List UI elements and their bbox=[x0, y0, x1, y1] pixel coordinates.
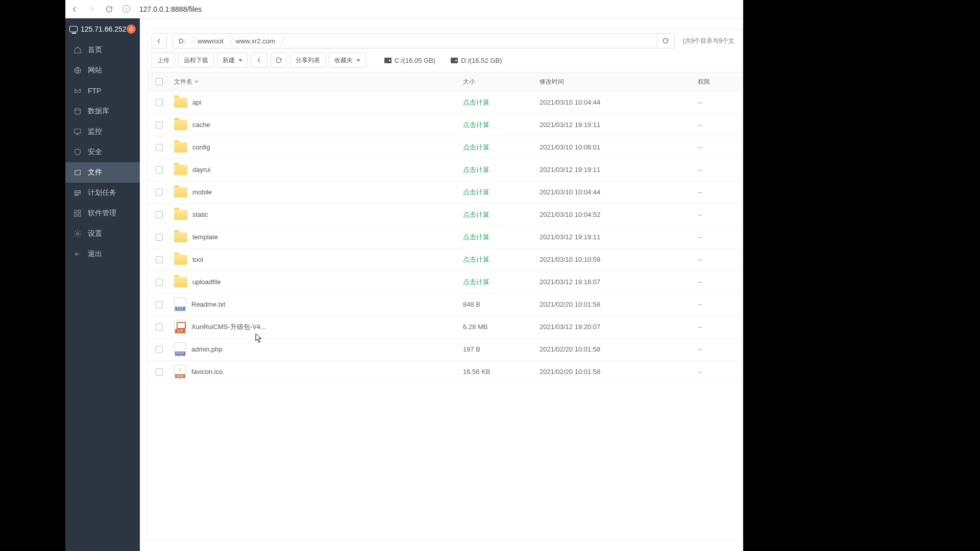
sidebar-ip[interactable]: 125.71.66.252 0 bbox=[65, 18, 140, 40]
table-row[interactable]: template点击计算2021/03/12 19:19:11-- bbox=[148, 226, 743, 248]
row-checkbox[interactable] bbox=[156, 121, 163, 129]
row-checkbox[interactable] bbox=[156, 99, 163, 106]
svg-rect-5 bbox=[75, 194, 79, 195]
table-row[interactable]: static点击计算2021/03/10 10:04:52-- bbox=[148, 204, 743, 226]
file-ico-icon: ICO bbox=[174, 365, 186, 379]
row-checkbox[interactable] bbox=[156, 189, 163, 196]
url-input[interactable] bbox=[139, 5, 738, 13]
file-size[interactable]: 点击计算 bbox=[463, 121, 489, 129]
breadcrumb-refresh-button[interactable] bbox=[657, 33, 674, 48]
file-size[interactable]: 点击计算 bbox=[463, 98, 489, 106]
sidebar-item-0[interactable]: 首页 bbox=[65, 40, 140, 60]
table-row[interactable]: dayrui点击计算2021/03/12 19:19:11-- bbox=[148, 159, 743, 181]
table-row[interactable]: cache点击计算2021/03/12 19:19:11-- bbox=[148, 114, 743, 136]
sidebar-ip-text: 125.71.66.252 bbox=[81, 25, 127, 33]
nav-back-icon[interactable] bbox=[70, 5, 79, 13]
file-size: 197 B bbox=[463, 345, 480, 353]
column-size[interactable]: 大小 bbox=[463, 78, 540, 86]
file-name[interactable]: static bbox=[192, 211, 208, 218]
sidebar-item-6[interactable]: 文件 bbox=[65, 162, 140, 183]
file-name[interactable]: mobile bbox=[192, 188, 212, 196]
file-size[interactable]: 点击计算 bbox=[463, 188, 489, 196]
sidebar-item-4[interactable]: 监控 bbox=[65, 121, 140, 142]
file-time: 2021/03/12 19:20:07 bbox=[540, 323, 600, 331]
file-perm: -- bbox=[698, 211, 702, 218]
file-name[interactable]: uploadfile bbox=[192, 278, 221, 286]
table-row[interactable]: TXTReadme.txt848 B2021/02/20 10:01:58-- bbox=[148, 293, 743, 316]
file-time: 2021/03/10 10:04:52 bbox=[540, 211, 600, 218]
table-row[interactable]: ICOfavicon.ico16.56 KB2021/02/20 10:01:5… bbox=[148, 361, 743, 383]
sidebar-icon bbox=[74, 66, 82, 74]
row-checkbox[interactable] bbox=[156, 279, 163, 286]
file-name[interactable]: config bbox=[192, 143, 210, 151]
sidebar-item-2[interactable]: FTP bbox=[65, 81, 140, 101]
toolbar-back-button[interactable] bbox=[251, 53, 267, 68]
file-time: 2021/02/20 10:01:58 bbox=[540, 300, 600, 308]
file-name[interactable]: admin.php bbox=[191, 345, 223, 353]
row-checkbox[interactable] bbox=[156, 301, 163, 308]
select-all-checkbox[interactable] bbox=[156, 78, 163, 85]
remote-download-button[interactable]: 远程下载 bbox=[178, 53, 214, 68]
column-time[interactable]: 修改时间 bbox=[540, 78, 698, 86]
row-checkbox[interactable] bbox=[156, 346, 163, 353]
sidebar-item-label: 文件 bbox=[88, 168, 102, 177]
file-name[interactable]: api bbox=[192, 98, 201, 106]
breadcrumb-segment[interactable]: www.xr2.com bbox=[230, 33, 281, 48]
new-button[interactable]: 新建 bbox=[217, 53, 248, 68]
sidebar-item-label: 监控 bbox=[88, 127, 102, 136]
sidebar-item-3[interactable]: 数据库 bbox=[65, 101, 140, 121]
breadcrumb-back-button[interactable] bbox=[152, 33, 167, 48]
table-row[interactable]: mobile点击计算2021/03/10 10:04:44-- bbox=[148, 181, 743, 204]
nav-reload-icon[interactable] bbox=[105, 5, 113, 13]
sidebar-item-label: FTP bbox=[88, 87, 101, 95]
file-name[interactable]: favicon.ico bbox=[191, 368, 223, 375]
sidebar-item-9[interactable]: 设置 bbox=[65, 223, 140, 244]
share-list-button[interactable]: 分享列表 bbox=[290, 53, 326, 68]
breadcrumb-segment[interactable]: D: bbox=[173, 33, 191, 48]
row-checkbox[interactable] bbox=[156, 144, 163, 151]
table-row[interactable]: ZIPXunRuiCMS-升级包-V4...6.28 MB2021/03/12 … bbox=[148, 316, 743, 338]
row-checkbox[interactable] bbox=[156, 256, 163, 263]
file-name[interactable]: template bbox=[192, 233, 218, 241]
sidebar-item-5[interactable]: 安全 bbox=[65, 142, 140, 162]
row-checkbox[interactable] bbox=[156, 368, 163, 375]
file-perm: -- bbox=[698, 345, 702, 353]
column-name[interactable]: 文件名 bbox=[167, 78, 463, 86]
sidebar-item-8[interactable]: 软件管理 bbox=[65, 203, 140, 223]
file-size[interactable]: 点击计算 bbox=[463, 211, 489, 218]
sidebar-item-label: 设置 bbox=[88, 229, 102, 238]
file-size[interactable]: 点击计算 bbox=[463, 166, 489, 173]
sidebar-icon bbox=[74, 189, 82, 197]
toolbar-refresh-button[interactable] bbox=[271, 53, 287, 68]
file-size[interactable]: 点击计算 bbox=[463, 278, 489, 286]
sidebar-item-7[interactable]: 计划任务 bbox=[65, 183, 140, 203]
folder-icon bbox=[174, 142, 187, 153]
file-size[interactable]: 点击计算 bbox=[463, 233, 489, 241]
file-name[interactable]: Readme.txt bbox=[191, 300, 225, 308]
file-name[interactable]: XunRuiCMS-升级包-V4... bbox=[191, 322, 266, 332]
file-name[interactable]: dayrui bbox=[192, 166, 210, 173]
disk-info[interactable]: C:/(16.05 GB) bbox=[384, 57, 435, 64]
row-checkbox[interactable] bbox=[156, 323, 163, 331]
site-info-icon[interactable]: i bbox=[122, 5, 130, 13]
breadcrumb-segment[interactable]: wwwroot bbox=[191, 33, 230, 48]
upload-button[interactable]: 上传 bbox=[152, 53, 175, 68]
row-checkbox[interactable] bbox=[156, 234, 163, 241]
file-size[interactable]: 点击计算 bbox=[463, 256, 489, 263]
column-perm[interactable]: 权限 bbox=[698, 78, 739, 86]
table-row[interactable]: config点击计算2021/03/10 10:06:01-- bbox=[148, 136, 743, 159]
sidebar-item-1[interactable]: 网站 bbox=[65, 60, 140, 81]
row-checkbox[interactable] bbox=[156, 211, 163, 218]
file-name[interactable]: tool bbox=[192, 256, 203, 263]
table-row[interactable]: tool点击计算2021/03/10 10:10:59-- bbox=[148, 248, 743, 271]
table-row[interactable]: uploadfile点击计算2021/03/12 19:16:07-- bbox=[148, 271, 743, 293]
table-row[interactable]: PHPadmin.php197 B2021/02/20 10:01:58-- bbox=[148, 338, 743, 361]
sidebar-item-10[interactable]: 退出 bbox=[65, 244, 140, 264]
table-row[interactable]: api点击计算2021/03/10 10:04:44-- bbox=[148, 91, 743, 114]
disk-info[interactable]: D:/(16.52 GB) bbox=[451, 57, 502, 64]
hdd-icon bbox=[384, 58, 391, 63]
file-size[interactable]: 点击计算 bbox=[463, 143, 489, 151]
row-checkbox[interactable] bbox=[156, 166, 163, 173]
favorites-button[interactable]: 收藏夹 bbox=[329, 53, 366, 68]
file-name[interactable]: cache bbox=[192, 121, 210, 129]
